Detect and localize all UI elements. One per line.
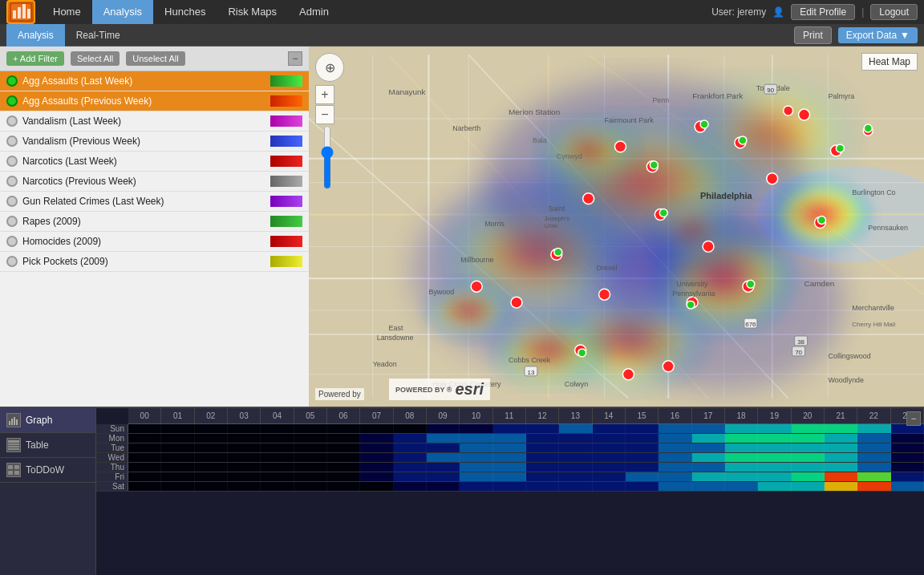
- filter-row-7[interactable]: Rapes (2009): [0, 212, 309, 232]
- bottom-left-tabs: Graph Table: [0, 408, 96, 575]
- svg-point-75: [864, 124, 872, 132]
- opacity-slider[interactable]: [321, 125, 334, 189]
- heatmap-cell-Sat-1: [161, 482, 194, 491]
- heatmap-cell-Mon-5: [294, 434, 327, 443]
- bottom-minimize-btn[interactable]: −: [906, 411, 921, 426]
- heatmap-cell-Fri-20: [792, 472, 825, 481]
- day-label-Mon: Mon: [96, 434, 128, 443]
- heatmap-row-Sun: Sun: [96, 424, 924, 434]
- heatmap-cell-Thu-3: [228, 463, 261, 472]
- tab-graph[interactable]: Graph: [0, 408, 95, 433]
- sub-nav-analysis[interactable]: Analysis: [6, 24, 65, 47]
- svg-rect-121: [14, 417, 15, 425]
- logout-btn[interactable]: Logout: [870, 4, 918, 20]
- filter-row-6[interactable]: Gun Related Crimes (Last Week): [0, 192, 309, 212]
- day-label-Sat: Sat: [96, 482, 128, 491]
- heatmap-row-Wed: Wed: [96, 453, 924, 463]
- filter-list: Agg Assaults (Last Week) Agg Assaults (P…: [0, 71, 309, 407]
- tab-todoow[interactable]: ToDDoW: [0, 458, 95, 483]
- heatmap-cell-Tue-4: [261, 443, 294, 452]
- filter-color-9: [270, 256, 302, 267]
- time-label-22: 22: [857, 408, 890, 423]
- svg-point-42: [605, 215, 845, 391]
- heatmap-cell-Fri-6: [327, 472, 360, 481]
- svg-text:Penn: Penn: [652, 96, 669, 104]
- filter-dot-6: [6, 196, 18, 207]
- filter-dot-3: [6, 136, 18, 147]
- time-label-13: 13: [559, 408, 592, 423]
- heatmap-cell-Sat-13: [559, 482, 592, 491]
- svg-text:13: 13: [527, 369, 534, 376]
- time-label-20: 20: [792, 408, 825, 423]
- heatmap-cell-Thu-23: [891, 463, 924, 472]
- tab-graph-label: Graph: [26, 415, 52, 426]
- esri-logo: POWERED BY ® esri: [389, 379, 490, 400]
- svg-text:Merion Station: Merion Station: [509, 107, 560, 116]
- svg-point-60: [663, 361, 674, 372]
- heatmap-cell-Mon-1: [161, 434, 194, 443]
- unselect-all-btn[interactable]: Unselect All: [126, 51, 184, 66]
- heatmap-cell-Mon-20: [792, 434, 825, 443]
- heatmap-cell-Mon-16: [659, 434, 691, 443]
- heatmap-cell-Wed-22: [857, 453, 890, 462]
- edit-profile-btn[interactable]: Edit Profile: [791, 4, 855, 20]
- select-all-btn[interactable]: Select All: [71, 51, 120, 66]
- heatmap-cell-Sat-0: [128, 482, 161, 491]
- heatmap-cell-Mon-2: [195, 434, 228, 443]
- heatmap-cell-Fri-17: [692, 472, 725, 481]
- nav-hunches[interactable]: Hunches: [153, 0, 217, 24]
- filter-row-8[interactable]: Homocides (2009): [0, 232, 309, 252]
- heatmap-cell-Thu-19: [758, 463, 791, 472]
- heatmap-cell-Wed-20: [792, 453, 825, 462]
- heatmap-cell-Sun-12: [526, 424, 559, 433]
- tab-table[interactable]: Table: [0, 433, 95, 458]
- print-btn[interactable]: Print: [794, 26, 832, 44]
- heatmap-cell-Wed-7: [360, 453, 393, 462]
- tab-todoow-label: ToDDoW: [26, 464, 64, 476]
- heatmap-cell-Tue-16: [659, 443, 691, 452]
- zoom-out-btn[interactable]: −: [315, 105, 334, 124]
- nav-home[interactable]: Home: [42, 0, 92, 24]
- filter-row-3[interactable]: Vandalism (Previous Week): [0, 132, 309, 152]
- bottom-right-content: 0001020304050607080910111213141516171819…: [96, 408, 924, 575]
- sub-nav-realtime[interactable]: Real-Time: [65, 24, 132, 47]
- heatmap-cell-Sat-17: [692, 482, 725, 491]
- heatmap-cell-Sun-5: [294, 424, 327, 433]
- filter-row-4[interactable]: Narcotics (Last Week): [0, 152, 309, 172]
- heatmap-cell-Thu-0: [128, 463, 161, 472]
- svg-rect-122: [16, 419, 18, 425]
- zoom-in-btn[interactable]: +: [315, 85, 334, 104]
- heatmap-cell-Tue-18: [725, 443, 758, 452]
- filter-row-9[interactable]: Pick Pockets (2009): [0, 252, 309, 272]
- heatmap-cell-Wed-3: [228, 453, 261, 462]
- svg-text:Manayunk: Manayunk: [389, 87, 426, 96]
- opacity-slider-container: [321, 125, 334, 189]
- heatmap-cell-Wed-13: [559, 453, 592, 462]
- map-background: Manayunk Narberth Merion Station Bala Cy…: [309, 47, 924, 407]
- svg-text:Morris: Morris: [484, 221, 505, 229]
- svg-rect-128: [14, 465, 19, 469]
- heatmap-cell-Mon-11: [493, 434, 526, 443]
- heatmap-cell-Tue-8: [394, 443, 427, 452]
- filter-row-0[interactable]: Agg Assaults (Last Week): [0, 71, 309, 91]
- nav-risk-maps[interactable]: Risk Maps: [217, 0, 288, 24]
- map-container[interactable]: Heat Map: [309, 47, 924, 407]
- sidebar-minimize-btn[interactable]: −: [288, 51, 302, 66]
- sub-nav: Analysis Real-Time Print Export Data ▼: [0, 24, 924, 47]
- nav-analysis[interactable]: Analysis: [92, 0, 153, 24]
- heatmap-cell-Fri-10: [460, 472, 492, 481]
- filter-row-1[interactable]: Agg Assaults (Previous Week): [0, 91, 309, 111]
- svg-text:Narberth: Narberth: [452, 124, 480, 132]
- filter-row-5[interactable]: Narcotics (Previous Week): [0, 172, 309, 192]
- svg-point-72: [578, 349, 586, 357]
- heatmap-cell-Mon-14: [593, 434, 626, 443]
- heatmap-cell-Wed-14: [593, 453, 626, 462]
- time-label-16: 16: [659, 408, 691, 423]
- heatmap-cell-Sun-7: [360, 424, 393, 433]
- heatmap-cell-Sun-21: [825, 424, 857, 433]
- export-btn[interactable]: Export Data ▼: [838, 27, 918, 43]
- add-filter-btn[interactable]: + Add Filter: [6, 51, 64, 66]
- nav-admin[interactable]: Admin: [288, 0, 340, 24]
- filter-row-2[interactable]: Vandalism (Last Week): [0, 111, 309, 132]
- svg-text:Merchantville: Merchantville: [852, 304, 894, 312]
